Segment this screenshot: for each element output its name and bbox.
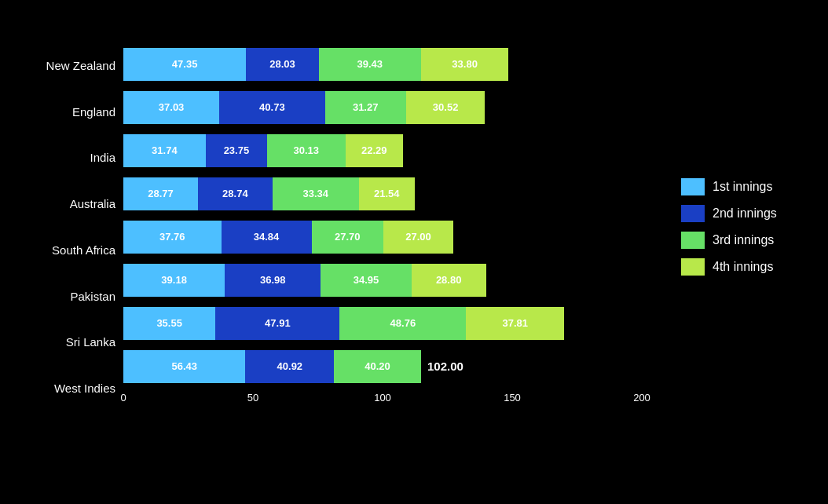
bar-segment-3-3: 21.54 xyxy=(359,177,415,210)
bar-row-4: 37.7634.8427.7027.00 xyxy=(123,221,453,254)
x-axis: 050100150200 xyxy=(123,388,665,411)
bar-segment-7-2: 40.20 xyxy=(334,350,421,383)
bar-segment-2-2: 30.13 xyxy=(267,134,345,167)
bar-segment-2-1: 23.75 xyxy=(206,134,267,167)
bar-row-5: 39.1836.9834.9528.80 xyxy=(123,264,486,297)
bar-segment-6-1: 47.91 xyxy=(215,307,339,340)
legend: 1st innings2nd innings3rd innings4th inn… xyxy=(665,42,791,411)
bar-segment-3-0: 28.77 xyxy=(123,177,198,210)
bar-segment-5-2: 34.95 xyxy=(321,264,411,297)
bar-segment-0-2: 39.43 xyxy=(319,48,421,81)
legend-item-1: 2nd innings xyxy=(681,205,791,222)
bar-segment-6-2: 48.76 xyxy=(339,307,466,340)
bar-segment-0-3: 33.80 xyxy=(421,48,509,81)
y-axis-labels: New ZealandEnglandIndiaAustraliaSouth Af… xyxy=(37,42,123,411)
bar-row-6: 35.5547.9148.7637.81 xyxy=(123,307,564,340)
bars-area: 47.3528.0339.4333.8037.0340.7331.2730.52… xyxy=(123,42,665,388)
bar-segment-0-0: 47.35 xyxy=(123,48,246,81)
legend-label-3: 4th innings xyxy=(713,260,773,274)
bar-row-wrap-4: 37.7634.8427.7027.00 xyxy=(123,221,665,254)
bar-segment-1-2: 31.27 xyxy=(325,91,406,124)
bar-segment-7-1: 40.92 xyxy=(245,350,334,383)
bar-row-1: 37.0340.7331.2730.52 xyxy=(123,91,485,124)
bar-row-wrap-5: 39.1836.9834.9528.80 xyxy=(123,264,665,297)
bar-row-3: 28.7728.7433.3421.54 xyxy=(123,177,415,210)
bar-row-0: 47.3528.0339.4333.80 xyxy=(123,48,508,81)
legend-item-0: 1st innings xyxy=(681,178,791,195)
bar-segment-1-1: 40.73 xyxy=(219,91,324,124)
bars-and-xaxis: 47.3528.0339.4333.8037.0340.7331.2730.52… xyxy=(123,42,665,411)
bar-segment-5-3: 28.80 xyxy=(412,264,486,297)
bar-segment-3-1: 28.74 xyxy=(198,177,273,210)
bar-segment-0-1: 28.03 xyxy=(246,48,318,81)
x-tick-0: 0 xyxy=(120,392,126,404)
bar-row-wrap-7: 56.4340.9240.20102.00 xyxy=(123,350,665,383)
x-tick-200: 200 xyxy=(633,392,650,404)
bar-segment-6-3: 37.81 xyxy=(466,307,564,340)
bar-row-wrap-1: 37.0340.7331.2730.52 xyxy=(123,91,665,124)
chart-container: New ZealandEnglandIndiaAustraliaSouth Af… xyxy=(21,13,807,491)
legend-item-3: 4th innings xyxy=(681,258,791,276)
x-tick-150: 150 xyxy=(504,392,521,404)
legend-label-0: 1st innings xyxy=(713,180,773,194)
bar-segment-5-1: 36.98 xyxy=(225,264,321,297)
legend-label-1: 2nd innings xyxy=(713,206,777,221)
legend-color-0 xyxy=(681,178,705,195)
outside-label-west-indies: 102.00 xyxy=(427,360,463,373)
chart-body: New ZealandEnglandIndiaAustraliaSouth Af… xyxy=(37,42,791,411)
bar-segment-4-2: 27.70 xyxy=(312,221,383,254)
bar-row-7: 56.4340.9240.20 xyxy=(123,350,421,383)
bar-segment-1-0: 37.03 xyxy=(123,91,219,124)
bar-row-wrap-3: 28.7728.7433.3421.54 xyxy=(123,177,665,210)
bar-row-wrap-0: 47.3528.0339.4333.80 xyxy=(123,48,665,81)
y-label-australia: Australia xyxy=(37,197,115,210)
y-label-new-zealand: New Zealand xyxy=(37,59,115,72)
legend-color-2 xyxy=(681,232,705,249)
y-label-sri-lanka: Sri Lanka xyxy=(37,335,115,349)
y-label-pakistan: Pakistan xyxy=(37,290,115,303)
x-tick-100: 100 xyxy=(374,392,391,404)
bar-segment-7-0: 56.43 xyxy=(123,350,245,383)
bar-row-wrap-6: 35.5547.9148.7637.81 xyxy=(123,307,665,340)
y-label-india: India xyxy=(37,151,115,164)
bar-segment-1-3: 30.52 xyxy=(406,91,485,124)
bar-segment-4-0: 37.76 xyxy=(123,221,222,254)
bar-row-wrap-2: 31.7423.7530.1322.29 xyxy=(123,134,665,167)
bar-segment-6-0: 35.55 xyxy=(123,307,215,340)
y-label-south-africa: South Africa xyxy=(37,243,115,257)
bar-segment-2-3: 22.29 xyxy=(346,134,404,167)
legend-item-2: 3rd innings xyxy=(681,232,791,249)
bar-segment-2-0: 31.74 xyxy=(123,134,206,167)
legend-color-3 xyxy=(681,258,705,276)
legend-color-1 xyxy=(681,205,705,222)
bar-segment-4-1: 34.84 xyxy=(222,221,312,254)
y-label-west-indies: West Indies xyxy=(37,382,115,395)
x-tick-50: 50 xyxy=(247,392,258,404)
bar-segment-4-3: 27.00 xyxy=(383,221,453,254)
bar-segment-3-2: 33.34 xyxy=(273,177,359,210)
bar-segment-5-0: 39.18 xyxy=(123,264,225,297)
bar-row-2: 31.7423.7530.1322.29 xyxy=(123,134,403,167)
y-label-england: England xyxy=(37,105,115,119)
legend-label-2: 3rd innings xyxy=(713,233,774,247)
